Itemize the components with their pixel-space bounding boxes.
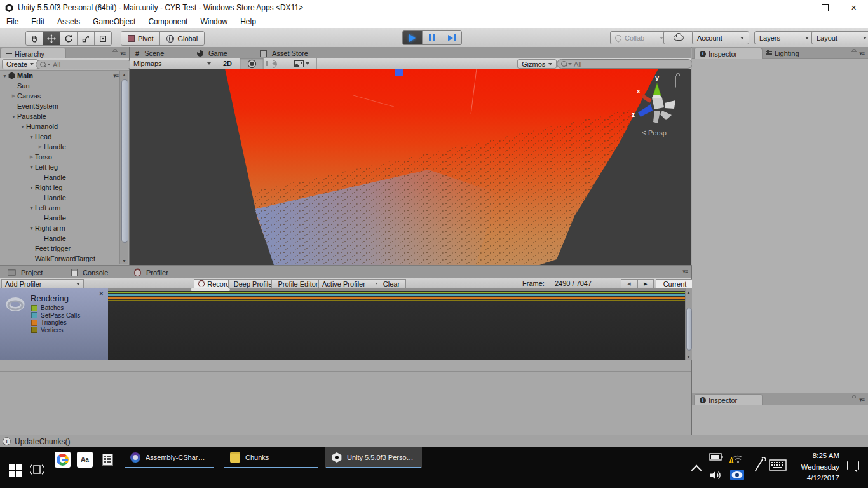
calculator-taskbar-icon[interactable] [100,452,116,468]
scene-search-input[interactable]: All [557,59,693,69]
hierarchy-item[interactable]: WalkForwardTarget [0,254,119,264]
scene-audio-button[interactable] [264,58,287,69]
hierarchy-item[interactable]: Feet trigger [0,243,119,254]
bottom-tab[interactable]: Profiler [129,267,187,278]
step-button[interactable] [442,31,461,44]
add-profiler-dropdown[interactable]: Add Profiler [1,279,84,288]
task-view-button[interactable] [30,464,44,475]
hierarchy-scrollbar[interactable] [119,71,128,264]
hierarchy-item[interactable]: Main [0,71,119,81]
cloud-button[interactable] [663,31,694,44]
hierarchy-item[interactable]: Sun [0,81,119,91]
gizmos-dropdown[interactable]: Gizmos [517,59,557,69]
global-toggle-button[interactable]: Global [160,32,204,45]
start-button[interactable] [9,464,22,477]
tab-inspector[interactable]: Inspector [694,48,763,59]
hierarchy-item[interactable]: Humanoid [0,121,119,132]
profiler-chart[interactable] [108,288,685,360]
gizmo-lock[interactable] [675,76,676,88]
hierarchy-item[interactable]: Handle [0,233,119,243]
chrome-taskbar-icon[interactable] [55,452,71,468]
scene-effects-dropdown[interactable] [287,58,317,69]
maximize-button[interactable] [811,0,839,15]
touch-keyboard-icon[interactable] [769,459,787,471]
active-profiler-dropdown[interactable]: Active Profiler [318,279,383,288]
scrollbar-thumb[interactable] [121,79,128,243]
tray-expand-chevron-icon[interactable] [691,465,702,476]
tab-hierarchy[interactable]: Hierarchy [0,48,66,59]
hierarchy-item[interactable]: Handle [0,193,119,203]
volume-icon[interactable] [710,470,722,480]
status-bar[interactable]: UpdateChunks() [0,435,868,447]
rect-tool-button[interactable] [95,32,111,45]
scene-viewport[interactable]: y x z Persp [130,69,691,265]
hierarchy-search-input[interactable]: All [36,60,132,69]
scrollbar-thumb[interactable] [191,288,230,291]
expand-arrow-icon[interactable] [10,114,17,119]
hierarchy-item[interactable]: Pausable [0,111,119,121]
scroll-down-icon[interactable] [120,257,128,264]
expand-arrow-icon[interactable] [28,135,35,139]
hierarchy-item[interactable]: Canvas [0,91,119,101]
hierarchy-item[interactable]: Right leg [0,182,119,193]
tab-lighting[interactable]: Lighting [761,48,820,58]
scene-header-menu-icon[interactable] [113,72,118,79]
legend-item[interactable]: SetPass Calls [31,313,80,318]
taskbar-app-button[interactable]: Chunks [224,447,319,468]
menu-item[interactable]: Window [200,17,227,26]
2d-toggle-button[interactable]: 2D [215,58,240,69]
move-tool-button[interactable] [43,32,60,45]
menu-item[interactable]: Assets [57,17,80,26]
create-dropdown[interactable]: Create [2,59,38,69]
hierarchy-item[interactable]: Torso [0,152,119,162]
taskbar-clock[interactable]: 8:25 AM Wednesday 4/12/2017 [790,451,839,484]
bottom-tab[interactable]: Console [66,267,125,278]
scrollbar-thumb[interactable] [686,308,692,351]
layers-dropdown[interactable]: Layers [754,31,814,44]
expand-arrow-icon[interactable] [28,186,35,190]
expand-arrow-icon[interactable] [28,154,35,159]
panel-menu-icon[interactable] [859,396,864,403]
account-dropdown[interactable]: Account [692,31,749,44]
rotate-tool-button[interactable] [60,32,78,45]
bottom-tab[interactable]: Project [3,267,61,278]
minimize-button[interactable] [782,0,811,15]
scene-area-tab[interactable]: Game [192,48,238,58]
scroll-up-icon[interactable] [686,289,691,295]
scene-lighting-button[interactable] [240,58,264,69]
panel-menu-icon[interactable] [120,50,125,57]
expand-arrow-icon[interactable] [19,125,26,129]
panel-menu-icon[interactable] [859,50,864,57]
menu-item[interactable]: Component [148,17,187,26]
menu-item[interactable]: File [6,17,18,26]
layout-dropdown[interactable]: Layout [811,31,868,44]
hierarchy-item[interactable]: Handle [0,213,119,223]
next-frame-button[interactable]: ▶ [637,279,654,288]
collab-dropdown[interactable]: Collab [610,31,668,44]
battery-icon[interactable] [709,453,723,461]
profile-editor-button[interactable]: Profile Editor [271,279,325,288]
hierarchy-item[interactable]: Handle [0,142,119,152]
clear-button[interactable]: Clear [377,279,406,288]
taskbar-app-button[interactable]: Unity 5.5.0f3 Personal... [325,447,422,468]
rendering-profiler-card[interactable]: Rendering Batches SetPass Calls [0,288,108,361]
scroll-up-icon[interactable] [120,71,128,78]
tab-inspector-2[interactable]: Inspector [694,394,763,405]
scale-tool-button[interactable] [78,32,95,45]
action-center-icon[interactable] [847,461,859,470]
lock-icon[interactable] [851,51,857,57]
hand-tool-button[interactable] [26,32,43,45]
hierarchy-item[interactable]: Head [0,132,119,142]
dictionary-taskbar-icon[interactable]: Aa [77,452,93,468]
hierarchy-item[interactable]: Handle [0,172,119,182]
hierarchy-item[interactable]: Left arm [0,203,119,213]
projection-toggle[interactable]: Persp [642,128,667,137]
panel-menu-icon[interactable] [682,268,688,274]
expand-arrow-icon[interactable] [37,144,44,149]
taskbar-app-button[interactable]: Assembly-CSharp - S... [124,447,215,468]
prev-frame-button[interactable]: ◀ [621,279,637,288]
menu-item[interactable]: Edit [31,17,44,26]
hierarchy-item[interactable]: Left leg [0,162,119,172]
scene-area-tab[interactable]: Scene [130,48,186,58]
chart-vscrollbar[interactable] [685,288,692,360]
